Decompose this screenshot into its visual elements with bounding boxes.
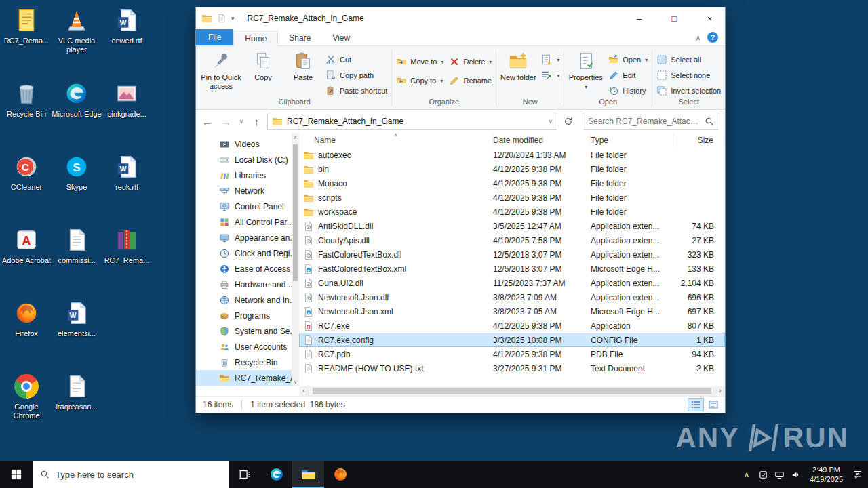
nav-item-hardware-and[interactable]: Hardware and ... xyxy=(196,277,292,292)
desktop-icon-vlc-media-player[interactable]: VLC media player xyxy=(52,7,102,75)
scroll-left-icon[interactable]: ‹ xyxy=(299,386,309,396)
desktop-icon-recycle-bin[interactable]: Recycle Bin xyxy=(1,80,52,148)
help-icon[interactable]: ? xyxy=(707,32,718,43)
tab-home[interactable]: Home xyxy=(233,30,278,46)
back-button[interactable]: ← xyxy=(199,113,216,129)
details-view-button[interactable] xyxy=(688,398,704,411)
address-field[interactable]: RC7_Remake_Attach_In_Game ∨ xyxy=(267,113,557,130)
file-row-rc7-exe-config[interactable]: RC7.exe.config3/3/2025 10:08 PMCONFIG Fi… xyxy=(299,333,725,347)
task-view-button[interactable] xyxy=(229,461,260,488)
desktop-icon-microsoft-edge[interactable]: Microsoft Edge xyxy=(52,80,102,148)
h-scrollbar-track[interactable] xyxy=(309,386,715,396)
h-scrollbar-thumb[interactable] xyxy=(313,388,711,394)
explorer-taskbar-button[interactable] xyxy=(292,461,324,488)
volume-icon[interactable] xyxy=(787,461,804,488)
file-row-rc7-exe[interactable]: RRC7.exe4/12/2025 9:38 PMApplication807 … xyxy=(299,319,725,333)
file-row-scripts[interactable]: scripts4/12/2025 9:38 PMFile folder xyxy=(299,190,725,205)
firefox-taskbar-button[interactable] xyxy=(324,461,356,488)
file-row-guna-ui2-dll[interactable]: Guna.UI2.dll11/25/2023 7:37 AMApplicatio… xyxy=(299,276,725,290)
copy-button[interactable]: Copy xyxy=(243,48,283,96)
file-row-antiskiddll-dll[interactable]: AntiSkidDLL.dll3/5/2025 12:47 AMApplicat… xyxy=(299,219,725,233)
file-row-readme-how-to-use-txt[interactable]: README (HOW TO USE).txt3/27/2025 9:31 PM… xyxy=(299,361,725,375)
cut-button[interactable]: Cut xyxy=(323,53,389,66)
tray-expand-icon[interactable]: ∧ xyxy=(738,461,755,488)
pin-to-quick-access-button[interactable]: Pin to Quick access xyxy=(199,48,243,96)
up-button[interactable]: ↑ xyxy=(248,113,265,129)
nav-item-libraries[interactable]: Libraries xyxy=(196,167,292,183)
qat-properties-icon[interactable] xyxy=(217,14,226,23)
nav-item-control-panel[interactable]: Control Panel xyxy=(196,199,292,214)
file-row-monaco[interactable]: Monaco4/12/2025 9:38 PMFile folder xyxy=(299,176,725,190)
scroll-right-icon[interactable]: › xyxy=(715,386,725,396)
start-button[interactable] xyxy=(0,461,33,488)
desktop-icon-commissi[interactable]: commissi... xyxy=(52,226,102,294)
file-row-newtonsoft-json-dll[interactable]: Newtonsoft.Json.dll3/8/2023 7:09 AMAppli… xyxy=(299,290,725,304)
desktop-icon-google-chrome[interactable]: Google Chrome xyxy=(1,373,52,441)
select-all-button[interactable]: Select all xyxy=(654,53,723,66)
column-header-name[interactable]: Name∧ xyxy=(299,133,493,148)
nav-item-user-accounts[interactable]: User Accounts xyxy=(196,339,292,354)
file-row-newtonsoft-json-xml[interactable]: eNewtonsoft.Json.xml3/8/2023 7:05 AMMicr… xyxy=(299,304,725,319)
new-folder-button[interactable]: New folder xyxy=(498,48,538,96)
file-row-fastcoloredtextbox-xml[interactable]: eFastColoredTextBox.xml12/5/2018 3:07 PM… xyxy=(299,262,725,276)
desktop-icon-rc7-rema[interactable]: RC7_Rema... xyxy=(1,7,52,75)
file-row-rc7-pdb[interactable]: RC7.pdb4/12/2025 9:38 PMPDB File94 KB xyxy=(299,347,725,361)
paste-shortcut-button[interactable]: Paste shortcut xyxy=(323,84,389,98)
ribbon-collapse-icon[interactable]: ∧ xyxy=(696,34,701,41)
file-row-autoexec[interactable]: autoexec12/20/2024 1:33 AMFile folder xyxy=(299,148,725,162)
properties-button[interactable]: Properties ▾ xyxy=(566,48,606,96)
rename-button[interactable]: Rename xyxy=(447,74,494,87)
taskbar-search[interactable]: Type here to search xyxy=(33,461,229,488)
tab-view[interactable]: View xyxy=(321,30,361,45)
thumbnails-view-button[interactable] xyxy=(705,398,722,411)
paste-button[interactable]: Paste xyxy=(283,48,323,96)
tab-file[interactable]: File xyxy=(196,29,233,45)
file-row-fastcoloredtextbox-dll[interactable]: FastColoredTextBox.dll12/5/2018 3:07 PMA… xyxy=(299,247,725,262)
desktop-icon-onwed-rtf[interactable]: Wonwed.rtf xyxy=(102,7,152,75)
nav-item-videos[interactable]: Videos xyxy=(196,136,292,152)
search-box[interactable]: Search RC7_Remake_Attach_I... xyxy=(583,113,719,130)
file-row-cloudyapis-dll[interactable]: CloudyApis.dll4/10/2025 7:58 PMApplicati… xyxy=(299,233,725,247)
desktop-icon-rc7-rema[interactable]: RC7_Rema... xyxy=(102,226,152,294)
nav-item-local-disk-c[interactable]: Local Disk (C:) xyxy=(196,152,292,167)
ribbon-extra-button[interactable]: ▾ xyxy=(538,53,561,66)
delete-button[interactable]: Delete▾ xyxy=(447,55,494,68)
nav-item-recycle-bin[interactable]: Recycle Bin xyxy=(196,354,292,370)
title-bar[interactable]: ▾ RC7_Remake_Attach_In_Game – □ × xyxy=(196,7,725,29)
copy-path-button[interactable]: Copy path xyxy=(323,68,389,82)
refresh-button[interactable] xyxy=(559,113,576,129)
close-button[interactable]: × xyxy=(694,7,725,29)
desktop-icon-elementsi[interactable]: Welementsi... xyxy=(52,300,102,367)
copy-to-button[interactable]: Copy to▾ xyxy=(394,74,446,87)
minimize-button[interactable]: – xyxy=(624,7,654,29)
scroll-down-icon[interactable]: ∨ xyxy=(294,378,297,386)
forward-button[interactable]: → xyxy=(218,113,235,129)
nav-item-programs[interactable]: Programs xyxy=(196,308,292,323)
history-button[interactable]: History xyxy=(606,84,650,98)
nav-scrollbar[interactable]: ∧ ∨ xyxy=(292,133,299,386)
desktop-icon-skype[interactable]: SSkype xyxy=(52,153,102,221)
nav-item-network[interactable]: Network xyxy=(196,183,292,199)
desktop-icon-firefox[interactable]: Firefox xyxy=(1,300,52,367)
invert-selection-button[interactable]: Invert selection xyxy=(654,84,723,98)
nav-item-network-and-in[interactable]: Network and In... xyxy=(196,292,292,308)
action-center-icon[interactable] xyxy=(849,461,865,488)
desktop-icon-reuk-rtf[interactable]: Wreuk.rtf xyxy=(102,153,152,221)
nav-scrollbar-thumb[interactable] xyxy=(293,144,298,281)
desktop-icon-iraqreason[interactable]: iraqreason... xyxy=(52,373,102,441)
tray-agent-icon[interactable] xyxy=(755,461,771,488)
ribbon-extra-button[interactable]: ▾ xyxy=(538,68,561,82)
tab-share[interactable]: Share xyxy=(278,30,321,45)
address-dropdown-icon[interactable]: ∨ xyxy=(548,118,553,125)
select-none-button[interactable]: Select none xyxy=(654,68,723,82)
column-header-date-modified[interactable]: Date modified xyxy=(493,133,591,148)
desktop-icon-adobe-acrobat[interactable]: AAdobe Acrobat xyxy=(1,226,52,294)
file-row-bin[interactable]: bin4/12/2025 9:38 PMFile folder xyxy=(299,162,725,176)
maximize-button[interactable]: □ xyxy=(659,7,690,29)
nav-item-appearance-an[interactable]: Appearance an... xyxy=(196,230,292,245)
edit-button[interactable]: Edit xyxy=(606,68,650,82)
column-header-size[interactable]: Size xyxy=(673,133,725,148)
recent-locations-icon[interactable]: ∨ xyxy=(237,113,246,129)
edge-taskbar-button[interactable] xyxy=(260,461,292,488)
nav-item-ease-of-access[interactable]: Ease of Access xyxy=(196,261,292,277)
